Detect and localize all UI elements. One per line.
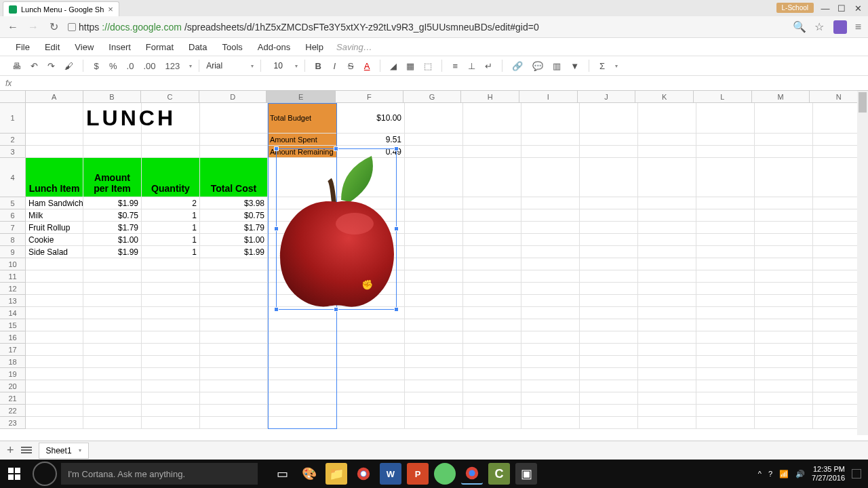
cell[interactable]	[755, 380, 813, 392]
cell[interactable]: 1	[142, 234, 200, 246]
cell[interactable]	[142, 258, 200, 270]
inserted-image-apple[interactable]: ✊	[276, 148, 397, 310]
resize-handle[interactable]	[274, 146, 279, 151]
column-header-D[interactable]: D	[199, 91, 267, 103]
row-header-7[interactable]: 7	[0, 222, 26, 234]
cell[interactable]	[755, 103, 813, 134]
cell[interactable]	[521, 103, 580, 134]
fill-color-icon[interactable]: ◢	[387, 60, 399, 73]
cortana-search-input[interactable]: I'm Cortana. Ask me anything.	[61, 463, 258, 485]
cell[interactable]	[405, 356, 463, 368]
cell[interactable]	[405, 331, 463, 344]
user-badge[interactable]: L-School	[776, 3, 814, 13]
redo-icon[interactable]: ↷	[45, 60, 58, 73]
cell[interactable]	[405, 344, 463, 356]
cell[interactable]	[83, 405, 142, 417]
cell[interactable]: 1	[142, 209, 200, 222]
cell[interactable]	[696, 405, 755, 417]
cell[interactable]: 2	[142, 197, 200, 209]
cell[interactable]	[521, 307, 580, 319]
cell[interactable]	[26, 380, 83, 392]
cell[interactable]	[696, 197, 755, 209]
cell[interactable]: Fruit Rollup	[26, 222, 83, 234]
browser-tab[interactable]: Lunch Menu - Google Sh ×	[3, 1, 119, 16]
cell[interactable]	[521, 270, 580, 283]
cell[interactable]	[696, 319, 755, 331]
cell[interactable]	[405, 234, 463, 246]
cell[interactable]	[755, 222, 813, 234]
column-header-E[interactable]: E	[267, 91, 336, 103]
cell[interactable]	[696, 258, 755, 270]
cell[interactable]: $1.00	[83, 234, 142, 246]
cell[interactable]	[521, 197, 580, 209]
text-wrap-icon[interactable]: ↵	[482, 60, 495, 73]
cell[interactable]	[521, 146, 580, 158]
cell[interactable]	[696, 134, 755, 146]
cell[interactable]	[580, 344, 638, 356]
cell[interactable]	[463, 368, 521, 380]
cell[interactable]	[638, 356, 696, 368]
cell[interactable]	[405, 134, 463, 146]
cell[interactable]	[405, 319, 463, 331]
cell[interactable]	[755, 392, 813, 405]
column-header-F[interactable]: F	[336, 91, 403, 103]
cell[interactable]	[268, 344, 337, 356]
cell[interactable]	[405, 417, 463, 429]
row-header-16[interactable]: 16	[0, 331, 26, 344]
cell[interactable]	[521, 392, 580, 405]
cell[interactable]	[638, 234, 696, 246]
app-icon[interactable]	[434, 463, 456, 485]
cell[interactable]	[696, 331, 755, 344]
cell[interactable]	[580, 307, 638, 319]
cell[interactable]	[268, 417, 337, 429]
menu-data[interactable]: Data	[182, 40, 213, 54]
file-explorer-icon[interactable]: 📁	[326, 463, 347, 485]
cell[interactable]	[755, 331, 813, 344]
bold-icon[interactable]: B	[312, 60, 324, 73]
cell[interactable]	[405, 246, 463, 258]
resize-handle[interactable]	[394, 146, 399, 151]
cell[interactable]	[696, 307, 755, 319]
insert-comment-icon[interactable]: 💬	[530, 60, 546, 73]
cell[interactable]	[268, 319, 337, 331]
select-all-corner[interactable]	[0, 91, 26, 103]
action-center-icon[interactable]	[852, 469, 861, 479]
cell[interactable]	[200, 392, 268, 405]
cell[interactable]: Lunch Item	[26, 158, 83, 197]
cell[interactable]	[200, 417, 268, 429]
cell[interactable]	[755, 134, 813, 146]
resize-handle[interactable]	[274, 226, 279, 231]
column-header-L[interactable]: L	[694, 91, 752, 103]
tray-chevron-icon[interactable]: ^	[758, 470, 762, 478]
cell[interactable]	[463, 103, 521, 134]
cell[interactable]	[638, 222, 696, 234]
paint-app-icon[interactable]: 🎨	[298, 463, 320, 485]
row-header-20[interactable]: 20	[0, 380, 26, 392]
reload-button[interactable]: ↻	[47, 20, 60, 33]
strikethrough-icon[interactable]: S	[344, 60, 357, 73]
cell[interactable]	[638, 417, 696, 429]
cell[interactable]	[142, 319, 200, 331]
cell[interactable]	[755, 270, 813, 283]
cell[interactable]	[405, 222, 463, 234]
menu-view[interactable]: View	[68, 40, 100, 54]
cell[interactable]	[521, 295, 580, 307]
cell[interactable]: $3.98	[200, 197, 268, 209]
font-size-selector[interactable]: 10	[268, 61, 288, 70]
cell[interactable]	[26, 307, 83, 319]
minimize-button[interactable]: —	[821, 3, 830, 13]
cell[interactable]	[521, 356, 580, 368]
cell[interactable]	[463, 331, 521, 344]
cell[interactable]	[200, 258, 268, 270]
cell[interactable]	[521, 209, 580, 222]
row-header-18[interactable]: 18	[0, 356, 26, 368]
cell[interactable]	[405, 380, 463, 392]
insert-chart-icon[interactable]: ▥	[550, 60, 564, 73]
cell[interactable]	[638, 295, 696, 307]
row-header-23[interactable]: 23	[0, 417, 26, 429]
menu-addons[interactable]: Add-ons	[252, 40, 296, 54]
cell[interactable]	[755, 344, 813, 356]
row-header-14[interactable]: 14	[0, 307, 26, 319]
cell[interactable]	[580, 405, 638, 417]
cell[interactable]	[463, 146, 521, 158]
